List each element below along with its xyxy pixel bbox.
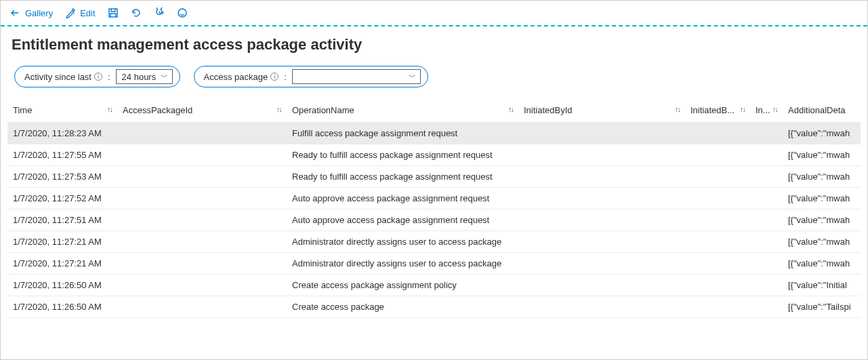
arrow-left-icon <box>10 7 21 18</box>
cell-in <box>750 188 783 209</box>
cell-ib <box>685 188 750 209</box>
cell-time: 1/7/2020, 11:27:21 AM <box>7 253 117 275</box>
cell-time: 1/7/2020, 11:26:50 AM <box>7 275 117 296</box>
cell-op: Create access package assignment policy <box>287 275 518 296</box>
sort-icon: ↑↓ <box>107 105 112 113</box>
cell-apid <box>117 144 287 166</box>
activity-since-filter[interactable]: Activity since last i : 24 hours ﹀ <box>14 66 180 87</box>
activity-since-dropdown[interactable]: 24 hours ﹀ <box>116 69 173 84</box>
col-initiated-by-id[interactable]: InitiatedById ↑↓ <box>518 100 685 123</box>
cell-time: 1/7/2020, 11:26:50 AM <box>7 296 117 318</box>
feedback-button[interactable] <box>177 7 188 18</box>
smiley-icon <box>177 7 188 18</box>
clone-icon <box>154 7 165 18</box>
gallery-button[interactable]: Gallery <box>10 7 53 18</box>
col-operation-name[interactable]: OperationName ↑↓ <box>287 100 518 123</box>
cell-apid <box>117 296 287 318</box>
cell-time: 1/7/2020, 11:27:21 AM <box>7 231 117 253</box>
cell-ib <box>685 231 750 253</box>
cell-in <box>750 296 783 318</box>
chevron-down-icon: ﹀ <box>409 72 416 82</box>
cell-ibid <box>518 275 685 296</box>
sort-icon: ↑↓ <box>508 105 513 113</box>
cell-ib <box>685 253 750 275</box>
page-title: Entitlement management access package ac… <box>1 26 867 66</box>
cell-ib <box>685 209 750 231</box>
cell-ib <box>685 275 750 296</box>
cell-op: Auto approve access package assignment r… <box>287 209 518 231</box>
activity-since-value: 24 hours <box>122 72 157 82</box>
cell-ibid <box>518 123 685 144</box>
cell-apid <box>117 253 287 275</box>
table-row[interactable]: 1/7/2020, 11:26:50 AMCreate access packa… <box>7 275 861 296</box>
cell-in <box>750 166 783 188</box>
access-package-dropdown[interactable]: ﹀ <box>292 69 421 84</box>
gallery-label: Gallery <box>25 8 53 18</box>
table-row[interactable]: 1/7/2020, 11:27:21 AMAdministrator direc… <box>7 253 861 275</box>
cell-time: 1/7/2020, 11:28:23 AM <box>7 123 117 144</box>
chevron-down-icon: ﹀ <box>161 72 168 82</box>
col-access-package-id[interactable]: AccessPackageId ↑↓ <box>117 100 287 123</box>
refresh-button[interactable] <box>131 7 142 18</box>
results-table-container: Time ↑↓ AccessPackageId ↑↓ OperationName… <box>1 100 867 318</box>
col-time[interactable]: Time ↑↓ <box>7 100 117 123</box>
cell-apid <box>117 231 287 253</box>
cell-ibid <box>518 166 685 188</box>
cell-ibid <box>518 209 685 231</box>
cell-apid <box>117 209 287 231</box>
sort-icon: ↑↓ <box>276 105 281 113</box>
cell-add: [{"value":"mwah <box>783 188 861 209</box>
cell-add: [{"value":"Tailspi <box>783 296 861 318</box>
access-package-label: Access package i <box>204 72 279 82</box>
cell-op: Create access package <box>287 296 518 318</box>
cell-ib <box>685 296 750 318</box>
table-row[interactable]: 1/7/2020, 11:26:50 AMCreate access packa… <box>7 296 861 318</box>
cell-time: 1/7/2020, 11:27:51 AM <box>7 209 117 231</box>
clone-button[interactable] <box>154 7 165 18</box>
edit-button[interactable]: Edit <box>65 7 95 18</box>
refresh-icon <box>131 7 142 18</box>
cell-add: [{"value":"Initial <box>783 275 861 296</box>
col-initiated-by[interactable]: InitiatedB... ↑↓ <box>685 100 750 123</box>
cell-apid <box>117 275 287 296</box>
cell-apid <box>117 123 287 144</box>
cell-add: [{"value":"mwah <box>783 231 861 253</box>
cell-op: Administrator directly assigns user to a… <box>287 253 518 275</box>
cell-add: [{"value":"mwah <box>783 253 861 275</box>
access-package-filter[interactable]: Access package i : ﹀ <box>194 66 428 87</box>
cell-in <box>750 209 783 231</box>
cell-ibid <box>518 231 685 253</box>
cell-op: Administrator directly assigns user to a… <box>287 231 518 253</box>
col-in[interactable]: In... ↑↓ <box>750 100 783 123</box>
cell-in <box>750 144 783 166</box>
info-icon: i <box>270 73 278 81</box>
cell-op: Ready to fulfill access package assignme… <box>287 144 518 166</box>
save-icon <box>108 7 119 18</box>
col-additional-details[interactable]: AdditionalDeta <box>783 100 861 123</box>
cell-ib <box>685 144 750 166</box>
cell-time: 1/7/2020, 11:27:53 AM <box>7 166 117 188</box>
cell-op: Ready to fulfill access package assignme… <box>287 166 518 188</box>
cell-ibid <box>518 144 685 166</box>
cell-ibid <box>518 188 685 209</box>
table-row[interactable]: 1/7/2020, 11:27:21 AMAdministrator direc… <box>7 231 861 253</box>
table-row[interactable]: 1/7/2020, 11:27:55 AMReady to fulfill ac… <box>7 144 861 166</box>
sort-icon: ↑↓ <box>675 105 680 113</box>
save-button[interactable] <box>108 7 119 18</box>
cell-apid <box>117 166 287 188</box>
results-table: Time ↑↓ AccessPackageId ↑↓ OperationName… <box>7 100 861 318</box>
table-row[interactable]: 1/7/2020, 11:27:52 AMAuto approve access… <box>7 188 861 209</box>
table-row[interactable]: 1/7/2020, 11:27:53 AMReady to fulfill ac… <box>7 166 861 188</box>
svg-point-1 <box>178 9 186 17</box>
pencil-icon <box>65 7 76 18</box>
edit-label: Edit <box>80 8 95 18</box>
cell-add: [{"value":"mwah <box>783 144 861 166</box>
table-row[interactable]: 1/7/2020, 11:27:51 AMAuto approve access… <box>7 209 861 231</box>
cell-ib <box>685 123 750 144</box>
cell-time: 1/7/2020, 11:27:55 AM <box>7 144 117 166</box>
cell-in <box>750 253 783 275</box>
sort-icon: ↑↓ <box>740 105 745 113</box>
cell-add: [{"value":"mwah <box>783 123 861 144</box>
table-row[interactable]: 1/7/2020, 11:28:23 AMFulfill access pack… <box>7 123 861 144</box>
cell-op: Auto approve access package assignment r… <box>287 188 518 209</box>
